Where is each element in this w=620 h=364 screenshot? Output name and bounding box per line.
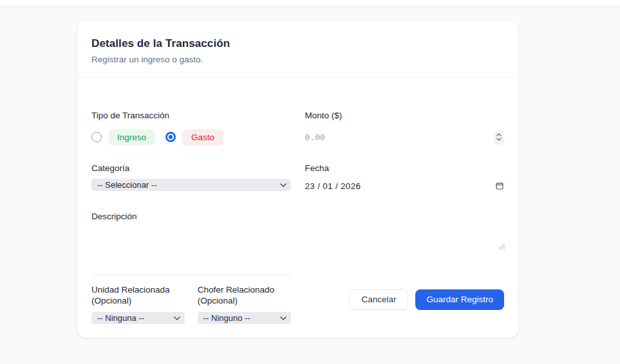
form-actions: Cancelar Guardar Registro	[305, 275, 505, 324]
card-subtitle: Registrar un ingreso o gasto.	[91, 55, 504, 64]
fecha-input[interactable]: 23 / 01 / 2026	[305, 179, 505, 193]
field-descripcion: Descripción	[91, 211, 504, 250]
categoria-select[interactable]: -- Seleccionar --	[91, 179, 291, 191]
save-button[interactable]: Guardar Registro	[415, 289, 504, 310]
card-header: Detalles de la Transacción Registrar un …	[77, 21, 518, 78]
card-title: Detalles de la Transacción	[91, 37, 504, 50]
categoria-label: Categoría	[91, 163, 291, 174]
ingreso-pill-label[interactable]: Ingreso	[108, 129, 155, 145]
field-categoria: Categoría -- Seleccionar --	[91, 163, 291, 193]
fecha-value[interactable]: 23 / 01 / 2026	[305, 181, 361, 191]
unidad-label: Unidad Relacionada (Opcional)	[91, 284, 185, 306]
section-divider	[91, 275, 291, 275]
monto-label: Monto ($)	[305, 110, 505, 121]
field-chofer-relacionado: Chofer Relacionado (Opcional) -- Ninguno…	[198, 284, 291, 324]
transaction-form-card: Detalles de la Transacción Registrar un …	[77, 20, 519, 338]
gasto-radio[interactable]	[165, 132, 176, 142]
cancel-button[interactable]: Cancelar	[349, 289, 408, 310]
field-monto: Monto ($)	[305, 110, 505, 145]
descripcion-textarea[interactable]	[91, 226, 504, 250]
card-body: Tipo de Transacción Ingreso Gasto Monto …	[77, 78, 518, 338]
ingreso-radio[interactable]	[91, 132, 102, 142]
field-unidad-relacionada: Unidad Relacionada (Opcional) -- Ninguna…	[91, 284, 185, 324]
page-top-strip	[0, 0, 620, 7]
field-tipo-transaccion: Tipo de Transacción Ingreso Gasto	[91, 110, 291, 145]
gasto-pill-label[interactable]: Gasto	[182, 129, 223, 145]
number-stepper-icon[interactable]	[494, 130, 504, 145]
monto-input[interactable]	[305, 132, 494, 142]
chofer-label: Chofer Relacionado (Opcional)	[198, 284, 291, 306]
unidad-select[interactable]: -- Ninguna --	[91, 312, 185, 324]
descripcion-label: Descripción	[91, 211, 504, 222]
resize-handle-icon[interactable]	[497, 242, 505, 250]
field-fecha: Fecha 23 / 01 / 2026	[305, 163, 505, 193]
tipo-label: Tipo de Transacción	[91, 110, 291, 121]
chofer-select[interactable]: -- Ninguno --	[198, 312, 291, 324]
calendar-icon[interactable]	[495, 181, 504, 190]
fecha-label: Fecha	[305, 163, 505, 174]
optional-fields-section: Unidad Relacionada (Opcional) -- Ninguna…	[91, 275, 291, 324]
